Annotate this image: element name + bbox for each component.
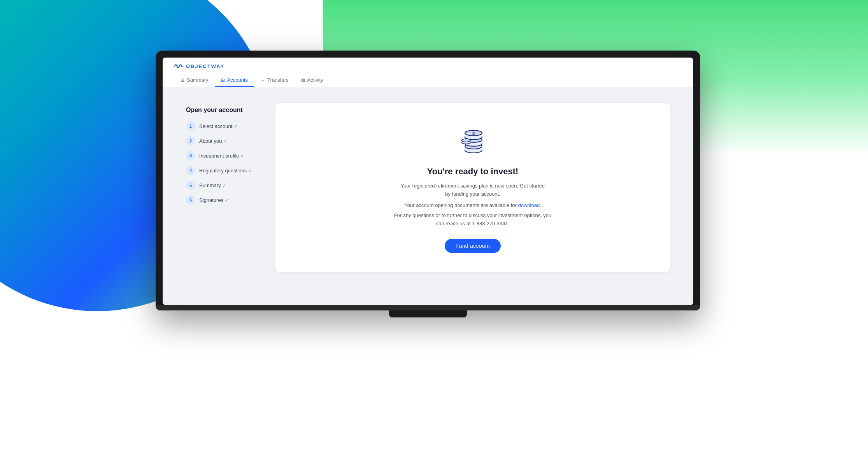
download-prefix: Your account opening documents are avail…	[404, 202, 518, 208]
tab-activity[interactable]: ⊠ Activity	[295, 74, 330, 87]
step-3-label: Investment profile ✓	[199, 153, 244, 159]
step-5-number: 5	[186, 181, 195, 190]
activity-icon: ⊠	[301, 77, 305, 83]
logo-area: OBJECTWAY	[174, 63, 682, 69]
laptop-base	[156, 305, 700, 310]
coin-icon-wrapper: $	[455, 122, 490, 159]
download-link[interactable]: download	[518, 202, 540, 208]
logo-wave-icon	[174, 63, 183, 69]
tab-summary[interactable]: ⊞ Summary	[174, 74, 215, 87]
step-1: 1 Select account ✓	[186, 121, 264, 131]
step-2-number: 2	[186, 136, 195, 145]
step-6-number: 6	[186, 195, 195, 205]
laptop-device: OBJECTWAY ⊞ Summary ⊟ Accounts → T	[156, 51, 700, 317]
step-1-label: Select account ✓	[199, 123, 237, 129]
step-4-label: Regulatory questions ✓	[199, 168, 252, 174]
tab-summary-label: Summary	[187, 77, 209, 83]
main-content: Open your account 1 Select account ✓ 2 A…	[163, 87, 693, 305]
tab-accounts-label: Accounts	[227, 77, 248, 83]
laptop-stand	[389, 310, 467, 317]
steps-title: Open your account	[186, 107, 264, 114]
card-contact-info: For any questions or to further to discu…	[391, 212, 554, 228]
transfers-icon: →	[260, 77, 265, 83]
logo-name: OBJECTWAY	[186, 63, 224, 69]
accounts-icon: ⊟	[221, 77, 225, 83]
app-header: OBJECTWAY ⊞ Summary ⊟ Accounts → T	[163, 58, 693, 87]
laptop-screen: OBJECTWAY ⊞ Summary ⊟ Accounts → T	[163, 58, 693, 305]
fund-account-button[interactable]: Fund account	[445, 239, 501, 253]
steps-sidebar: Open your account 1 Select account ✓ 2 A…	[186, 103, 264, 210]
step-5-label: Summary ✓	[199, 182, 226, 188]
step-3-number: 3	[186, 151, 195, 160]
step-4-number: 4	[186, 166, 195, 175]
tab-activity-label: Activity	[307, 77, 323, 83]
step-3: 3 Investment profile ✓	[186, 151, 264, 160]
tab-transfers-label: Transfers	[267, 77, 288, 83]
tab-transfers[interactable]: → Transfers	[254, 74, 295, 87]
step-6: 6 Signatures ✓	[186, 195, 264, 205]
card-description: Your registered retirement savings plan …	[399, 182, 547, 198]
step-2-label: About you ✓	[199, 138, 227, 144]
summary-icon: ⊞	[181, 77, 184, 83]
tab-accounts[interactable]: ⊟ Accounts	[215, 74, 254, 87]
step-5: 5 Summary ✓	[186, 181, 264, 190]
card-title: You're ready to invest!	[427, 167, 519, 177]
coin-stack-icon: $	[455, 122, 490, 157]
app-logo: OBJECTWAY	[174, 63, 224, 69]
card-download-info: Your account opening documents are avail…	[404, 202, 541, 210]
svg-text:$: $	[472, 131, 475, 136]
svg-point-12	[461, 139, 471, 142]
main-card: $ You're ready to invest! Your registere…	[275, 103, 670, 272]
step-1-number: 1	[186, 121, 195, 131]
step-6-label: Signatures ✓	[199, 197, 228, 203]
step-4: 4 Regulatory questions ✓	[186, 166, 264, 175]
nav-tabs: ⊞ Summary ⊟ Accounts → Transfers ⊠ Activ…	[174, 74, 682, 87]
step-2: 2 About you ✓	[186, 136, 264, 145]
laptop-body: OBJECTWAY ⊞ Summary ⊟ Accounts → T	[156, 51, 700, 310]
